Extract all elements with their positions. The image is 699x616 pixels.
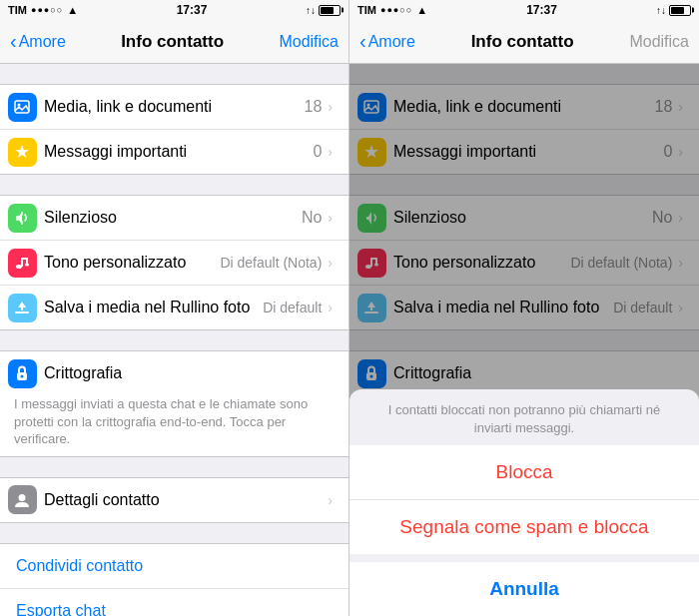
- icon-wrap-mute-left: [0, 196, 44, 240]
- section-media-left: Media, link e documenti 18 › ★ Messaggi …: [0, 84, 349, 175]
- modal-block-btn[interactable]: Blocca: [350, 445, 699, 500]
- back-chevron-left: ‹: [10, 31, 17, 51]
- row-starred-left[interactable]: ★ Messaggi importanti 0 ›: [0, 130, 349, 174]
- section-mute-left: Silenzioso No › Tono: [0, 195, 349, 330]
- starred-chevron-left: ›: [328, 144, 333, 160]
- back-label-left: Amore: [19, 33, 66, 51]
- export-chat-left[interactable]: Esporta chat: [0, 589, 349, 616]
- svg-marker-8: [18, 302, 26, 310]
- mute-value-left: No: [302, 209, 322, 227]
- content-left: Media, link e documenti 18 › ★ Messaggi …: [0, 64, 349, 616]
- nav-action-left[interactable]: Modifica: [279, 33, 339, 51]
- save-value-left: Di default: [263, 300, 322, 315]
- icon-wrap-starred-left: ★: [0, 130, 44, 174]
- svg-point-11: [19, 494, 26, 501]
- nav-bar-right: ‹ Amore Info contatto Modifica: [350, 20, 699, 64]
- status-right-right: ↑↓: [656, 5, 691, 16]
- time-left: 17:37: [177, 3, 208, 17]
- nav-action-right[interactable]: Modifica: [629, 33, 689, 51]
- media-label-left: Media, link e documenti: [44, 87, 305, 127]
- time-right: 17:37: [526, 3, 557, 17]
- back-chevron-right: ‹: [359, 31, 366, 51]
- svg-point-10: [21, 375, 24, 378]
- contact-icon-left: [8, 485, 37, 514]
- battery-left: [319, 5, 341, 16]
- back-label-right: Amore: [368, 33, 415, 51]
- icon-wrap-media-left: [0, 85, 44, 129]
- row-crypto-left[interactable]: Crittografia I messaggi inviati a questa…: [0, 351, 349, 456]
- row-details-left[interactable]: Dettagli contatto ›: [0, 478, 349, 522]
- status-bar-left: TIM ●●●○○ ▲ 17:37 ↑↓: [0, 0, 349, 20]
- icon-wrap-details-left: [0, 478, 44, 522]
- svg-rect-5: [26, 258, 28, 264]
- nav-title-left: Info contatto: [121, 32, 224, 52]
- modal-report-spam-btn[interactable]: Segnala come spam e blocca: [350, 500, 699, 554]
- save-label-left: Salva i media nel Rullino foto: [44, 288, 263, 327]
- crypto-sub-left: I messaggi inviati a questa chat e le ch…: [0, 395, 349, 456]
- photo-icon-left: [8, 93, 37, 122]
- carrier-right: TIM: [357, 4, 376, 16]
- content-right: Media, link e documenti 18 › ★ Messaggi …: [350, 64, 699, 616]
- right-panel: TIM ●●●○○ ▲ 17:37 ↑↓ ‹ Amore Info contat…: [350, 0, 699, 616]
- media-chevron-left: ›: [328, 99, 333, 115]
- back-button-right[interactable]: ‹ Amore: [359, 32, 415, 51]
- save-icon-left: [8, 294, 37, 322]
- mute-chevron-left: ›: [328, 210, 333, 226]
- nav-title-right: Info contatto: [471, 32, 574, 52]
- section-actions1-left: Condividi contatto Esporta chat Cancella…: [0, 543, 349, 616]
- wifi-left: ▲: [67, 4, 78, 16]
- left-panel: TIM ●●●○○ ▲ 17:37 ↑↓ ‹ Amore Info contat…: [0, 0, 350, 616]
- battery-right: [669, 5, 691, 16]
- lock-icon-left: [8, 359, 37, 388]
- signal-right: ●●●○○: [380, 5, 412, 15]
- modal-overlay: I contatti bloccati non potranno più chi…: [350, 64, 699, 616]
- modal-message: I contatti bloccati non potranno più chi…: [350, 389, 699, 445]
- tone-label-left: Tono personalizzato: [44, 243, 220, 283]
- section-crypto-left: Crittografia I messaggi inviati a questa…: [0, 350, 349, 457]
- row-crypto-top: Crittografia: [0, 351, 349, 395]
- modal-actions: Blocca Segnala come spam e blocca: [350, 445, 699, 554]
- section-details-left: Dettagli contatto ›: [0, 477, 349, 523]
- starred-value-left: 0: [313, 143, 322, 161]
- row-media-left[interactable]: Media, link e documenti 18 ›: [0, 85, 349, 130]
- row-mute-left[interactable]: Silenzioso No ›: [0, 196, 349, 241]
- media-value-left: 18: [305, 98, 323, 116]
- wifi-right: ▲: [416, 4, 427, 16]
- nav-bar-left: ‹ Amore Info contatto Modifica: [0, 20, 349, 64]
- row-save-left[interactable]: Salva i media nel Rullino foto Di defaul…: [0, 286, 349, 329]
- share-contact-left[interactable]: Condividi contatto: [0, 544, 349, 589]
- row-tone-left[interactable]: Tono personalizzato Di default (Nota) ›: [0, 241, 349, 286]
- status-right-left: ↑↓: [306, 5, 341, 16]
- modal-cancel-btn[interactable]: Annulla: [350, 562, 699, 616]
- svg-point-6: [25, 264, 29, 267]
- starred-label-left: Messaggi importanti: [44, 132, 313, 172]
- tone-value-left: Di default (Nota): [220, 255, 322, 271]
- arrow-left: ↑↓: [306, 5, 316, 16]
- icon-wrap-tone-left: [0, 241, 44, 285]
- back-button-left[interactable]: ‹ Amore: [10, 32, 66, 51]
- save-chevron-left: ›: [328, 300, 333, 315]
- mute-label-left: Silenzioso: [44, 198, 302, 238]
- star-icon-left: ★: [8, 138, 37, 167]
- svg-rect-7: [15, 311, 29, 313]
- tone-chevron-left: ›: [328, 255, 333, 271]
- details-label-left: Dettagli contatto: [44, 480, 326, 520]
- icon-wrap-crypto-left: [0, 351, 44, 395]
- details-chevron-left: ›: [328, 492, 333, 508]
- status-left-right: TIM ●●●○○ ▲: [357, 4, 427, 16]
- mute-icon-left: [8, 204, 37, 233]
- arrow-right: ↑↓: [656, 5, 666, 16]
- icon-wrap-save-left: [0, 286, 44, 329]
- modal-sheet: I contatti bloccati non potranno più chi…: [350, 389, 699, 616]
- crypto-label-left: Crittografia: [44, 353, 333, 393]
- status-left: TIM ●●●○○ ▲: [8, 4, 78, 16]
- tone-icon-left: [8, 249, 37, 278]
- status-bar-right: TIM ●●●○○ ▲ 17:37 ↑↓: [350, 0, 699, 20]
- signal-left: ●●●○○: [31, 5, 63, 15]
- carrier-left: TIM: [8, 4, 27, 16]
